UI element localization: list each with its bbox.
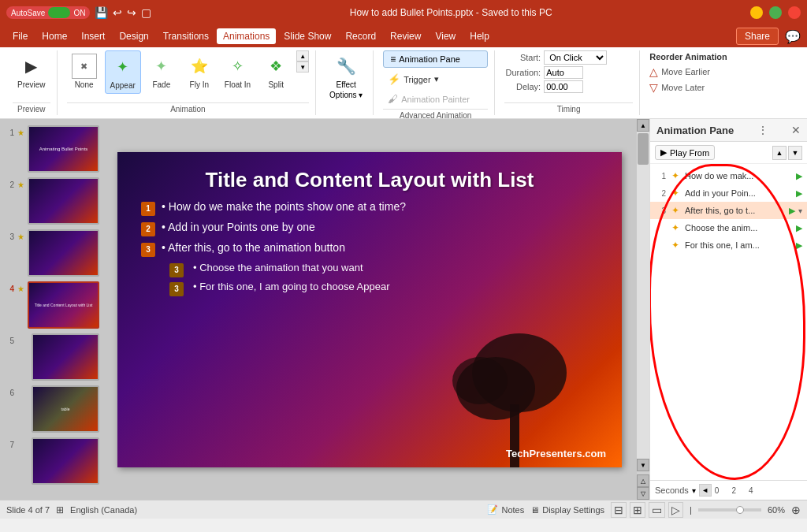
pane-scroll-down-btn[interactable]: ▼ xyxy=(788,146,802,160)
menu-slideshow[interactable]: Slide Show xyxy=(277,28,337,44)
animation-list: 1 ✦ How do we mak... ▶ 2 ✦ Add in your P… xyxy=(650,164,807,480)
anim-item-5[interactable]: ✦ For this one, I am... ▶ xyxy=(650,236,807,254)
scrollbar-up2-btn[interactable]: △ xyxy=(637,474,649,487)
duration-row: Duration: xyxy=(504,66,633,79)
anim-item-1[interactable]: 1 ✦ How do we mak... ▶ xyxy=(650,167,807,184)
split-button[interactable]: ❖ Split xyxy=(258,50,293,92)
slideshow-btn[interactable]: ▷ xyxy=(668,502,683,518)
slide-thumb-4[interactable]: Title and Content Layout with List xyxy=(28,281,99,329)
display-settings-button[interactable]: 🖥 Display Settings xyxy=(530,505,604,515)
normal-view-btn[interactable]: ⊟ xyxy=(611,502,627,518)
autosave-badge[interactable]: AutoSave ON xyxy=(6,6,90,19)
slide-thumb-1[interactable]: Animating Bullet Points xyxy=(28,125,99,173)
play-icon: ▶ xyxy=(660,147,667,158)
animation-pane-close-button[interactable]: ✕ xyxy=(791,124,801,136)
float-in-button[interactable]: ✧ Float In xyxy=(220,50,255,92)
share-button[interactable]: Share xyxy=(736,28,779,45)
scroll-up-btn[interactable]: ▲ xyxy=(296,50,309,61)
pane-options-icon[interactable]: ⋮ xyxy=(757,124,768,136)
menu-help[interactable]: Help xyxy=(463,28,496,44)
slide-thumb-5-container: 5 xyxy=(3,333,99,381)
seconds-dropdown-icon[interactable]: ▾ xyxy=(692,486,696,495)
menu-transitions[interactable]: Transitions xyxy=(157,28,215,44)
menu-animations[interactable]: Animations xyxy=(217,28,276,44)
zoom-slider[interactable] xyxy=(698,508,761,512)
effect-options-button[interactable]: 🔧 Effect Options ▾ xyxy=(325,50,366,102)
reading-view-btn[interactable]: ▭ xyxy=(649,502,665,518)
menu-file[interactable]: File xyxy=(6,28,34,44)
anim-play-icon-1: ▶ xyxy=(796,171,802,181)
close-button[interactable] xyxy=(788,6,801,19)
menu-design[interactable]: Design xyxy=(113,28,154,44)
maximize-button[interactable] xyxy=(769,6,782,19)
autosave-label: AutoSave xyxy=(11,9,45,17)
menu-record[interactable]: Record xyxy=(339,28,382,44)
fit-to-window-btn[interactable]: ⊕ xyxy=(791,504,801,516)
comment-icon[interactable]: 💬 xyxy=(785,29,801,44)
anim-chevron-3[interactable]: ▾ xyxy=(798,206,802,215)
sec-prev-btn[interactable]: ◄ xyxy=(699,484,712,497)
slide-thumb-5[interactable] xyxy=(32,333,99,381)
duration-input[interactable] xyxy=(544,66,583,79)
slide-thumb-2-content xyxy=(29,179,98,223)
slide-thumb-6[interactable]: table xyxy=(32,385,99,433)
none-button[interactable]: ✖ None xyxy=(67,50,102,92)
scrollbar-thumb[interactable] xyxy=(638,133,649,165)
bullet-num-1: 1 xyxy=(141,202,155,216)
undo-icon[interactable]: ↩ xyxy=(113,6,122,19)
slide-thumb-7[interactable] xyxy=(32,437,99,485)
slide-thumb-2[interactable] xyxy=(28,177,99,225)
fly-in-button[interactable]: ⭐ Fly In xyxy=(182,50,217,92)
appear-button[interactable]: ✦ Appear xyxy=(105,50,141,94)
anim-item-text-3: After this, go to t... xyxy=(685,206,786,215)
trigger-button[interactable]: ⚡ Trigger ▾ xyxy=(383,71,488,87)
slide-sorter-btn[interactable]: ⊞ xyxy=(630,502,645,518)
start-select[interactable]: On Click With Previous After Previous xyxy=(544,50,607,65)
zoom-thumb[interactable] xyxy=(736,506,744,514)
scrollbar-track[interactable] xyxy=(637,132,649,459)
canvas-scrollbar: ▲ ▼ △ ▽ xyxy=(637,119,649,500)
minimize-button[interactable] xyxy=(750,6,763,19)
play-from-button[interactable]: ▶ Play From xyxy=(655,145,715,160)
animation-painter-button[interactable]: 🖌 Animation Painter xyxy=(383,91,488,107)
animation-pane-button[interactable]: ≡ Animation Pane xyxy=(383,50,488,68)
autosave-state: ON xyxy=(73,9,85,17)
scroll-down-btn[interactable]: ▼ xyxy=(296,61,309,73)
save-icon[interactable]: 💾 xyxy=(95,6,108,19)
present-icon[interactable]: ▢ xyxy=(141,6,151,19)
delay-input[interactable] xyxy=(544,80,583,93)
anim-star-icon-3: ✦ xyxy=(669,204,682,217)
scrollbar-up-btn[interactable]: ▲ xyxy=(637,119,649,132)
scrollbar-down2-btn[interactable]: ▽ xyxy=(637,487,649,500)
slide-thumb-7-container: 7 xyxy=(3,437,99,485)
title-bar: AutoSave ON 💾 ↩ ↪ ▢ How to add Bullet Po… xyxy=(0,0,807,25)
menu-review[interactable]: Review xyxy=(384,28,427,44)
anim-item-4[interactable]: ✦ Choose the anim... ▶ xyxy=(650,219,807,236)
document-title: How to add Bullet Points.pptx - Saved to… xyxy=(151,7,750,18)
menu-insert[interactable]: Insert xyxy=(75,28,111,44)
menu-home[interactable]: Home xyxy=(35,28,73,44)
seconds-label: Seconds xyxy=(655,485,689,495)
move-later-button[interactable]: ▽ Move Later xyxy=(649,80,747,95)
preview-button[interactable]: ▶ Preview xyxy=(13,50,50,92)
fade-button[interactable]: ✦ Fade xyxy=(144,50,179,92)
slide-layout-icon[interactable]: ⊞ xyxy=(56,504,64,515)
notes-button[interactable]: 📝 Notes xyxy=(487,504,524,515)
animation-painter-label: Animation Painter xyxy=(401,95,470,104)
pane-scroll-up-btn[interactable]: ▲ xyxy=(772,146,787,160)
slide-thumb-5-content xyxy=(33,335,98,379)
autosave-toggle[interactable] xyxy=(48,7,70,18)
animation-pane-toolbar: ▶ Play From ▲ ▼ xyxy=(650,142,807,164)
menu-view[interactable]: View xyxy=(429,28,462,44)
slide-thumb-3[interactable] xyxy=(28,229,99,277)
anim-item-2[interactable]: 2 ✦ Add in your Poin... ▶ xyxy=(650,184,807,202)
move-earlier-label: Move Earlier xyxy=(661,67,710,76)
move-earlier-button[interactable]: △ Move Earlier xyxy=(649,65,747,79)
svg-point-3 xyxy=(452,357,508,404)
slide-canvas[interactable]: Title and Content Layout with List 1 • H… xyxy=(117,152,622,467)
scrollbar-down-btn[interactable]: ▼ xyxy=(637,459,649,471)
redo-icon[interactable]: ↪ xyxy=(127,6,136,19)
fade-icon: ✦ xyxy=(149,54,174,79)
animation-painter-icon: 🖌 xyxy=(388,93,398,105)
anim-item-3[interactable]: 3 ✦ After this, go to t... ▶ ▾ xyxy=(650,202,807,219)
